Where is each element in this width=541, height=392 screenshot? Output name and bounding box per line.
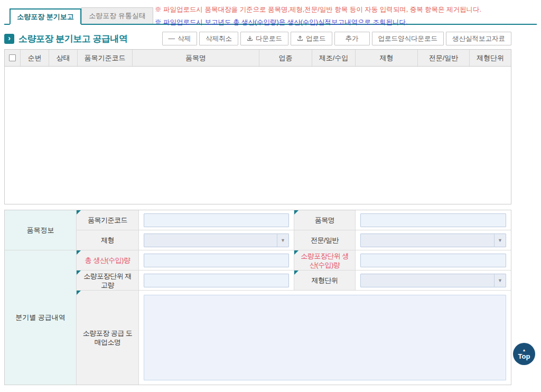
tab-bar: 소량포장 분기보고 소량포장 유통실태 ※ 파일업로드시 품목대장을 기준으로 …	[4, 2, 537, 25]
table-header-dosage-unit: 제형단위	[470, 50, 511, 66]
chevron-down-icon: ▼	[494, 274, 506, 287]
page: 소량포장 분기보고 소량포장 유통실태 ※ 파일업로드시 품목대장을 기준으로 …	[0, 0, 541, 392]
production-report-data-label: 생산실적보고자료	[452, 34, 505, 43]
table-header-industry: 업종	[259, 50, 312, 66]
total-production-input[interactable]	[144, 254, 289, 267]
rx-otc-select[interactable]: ▼	[360, 234, 506, 247]
table-header-seq: 순번	[21, 50, 49, 66]
upload-button-label: 업로드	[306, 34, 326, 43]
group-label-item-info: 품목정보	[5, 210, 77, 250]
download-icon	[247, 35, 253, 42]
table-empty-body	[5, 67, 511, 204]
rx-otc-field-cell: ▼	[356, 230, 511, 250]
download-button-label: 다운로드	[256, 34, 282, 43]
group-label-quarterly-supply: 분기별 공급내역	[5, 250, 77, 385]
section-title: 소량포장 분기보고 공급내역	[18, 33, 127, 45]
section-chevron-icon: ›	[4, 34, 14, 44]
chevron-down-icon: ▼	[494, 234, 506, 247]
table-header-checkbox-cell	[5, 50, 21, 66]
supply-history-table: 순번 상태 품목기준코드 품목명 업종 제조/수입 제형 전문/일반 제형단위	[4, 49, 511, 204]
section-title-wrap: › 소량포장 분기보고 공급내역	[4, 33, 127, 45]
upload-icon	[297, 35, 303, 42]
small-pkg-stock-field-cell	[139, 270, 294, 291]
upload-template-download-button[interactable]: 업로드양식다운로드	[372, 32, 444, 45]
small-pkg-production-field-cell	[356, 250, 511, 270]
section-header-row: › 소량포장 분기보고 공급내역 — 삭제 삭제취소 다운로드 업로드	[4, 32, 511, 45]
table-header-status: 상태	[49, 50, 78, 66]
top-button-label: Top	[518, 353, 530, 360]
small-pkg-stock-input[interactable]	[144, 274, 289, 287]
tab-quarterly-report[interactable]: 소량포장 분기보고	[10, 8, 81, 25]
caret-up-icon: ▲	[523, 348, 526, 352]
add-button-label: 추가	[346, 34, 359, 43]
dosage-unit-field-cell: ▼	[356, 270, 511, 291]
table-header-mfg-import: 제조/수입	[312, 50, 356, 66]
item-code-field-cell	[139, 210, 294, 230]
delete-button[interactable]: — 삭제	[162, 32, 198, 45]
toolbar: — 삭제 삭제취소 다운로드 업로드 추가 업로	[162, 32, 512, 45]
upload-button[interactable]: 업로드	[291, 32, 332, 45]
table-header-rx-otc: 전문/일반	[418, 50, 470, 66]
wholesaler-names-label: 소량포장 공급 도매업소명	[77, 291, 139, 385]
download-button[interactable]: 다운로드	[240, 32, 288, 45]
minus-icon: —	[169, 35, 175, 42]
undo-delete-button-label: 삭제취소	[206, 34, 232, 43]
wholesaler-names-field-cell	[139, 291, 511, 385]
small-pkg-production-label: 소량포장단위 생산(수입)량	[294, 250, 356, 270]
item-code-label: 품목기준코드	[77, 210, 139, 230]
item-code-input[interactable]	[144, 213, 289, 227]
item-name-field-cell	[356, 210, 511, 230]
dosage-form-field-cell: ▼	[139, 230, 294, 250]
delete-button-label: 삭제	[178, 34, 191, 43]
dosage-form-select[interactable]: ▼	[144, 234, 289, 247]
production-report-data-button[interactable]: 생산실적보고자료	[446, 32, 511, 45]
total-production-field-cell	[139, 250, 294, 270]
total-production-label: 총 생산(수입)량	[77, 250, 139, 270]
table-header-item-name: 품목명	[133, 50, 259, 66]
wholesaler-names-textarea[interactable]	[144, 295, 506, 380]
table-header-item-code: 품목기준코드	[78, 50, 133, 66]
notice-upload-production: ※ 파일업로드시 보고년도 총 생산(수입량)은 생산(수입)실적보고내역으로 …	[155, 16, 541, 29]
rx-otc-label: 전문/일반	[294, 230, 356, 250]
top-button[interactable]: ▲ Top	[513, 343, 535, 365]
item-name-input[interactable]	[360, 213, 506, 227]
table-header-dosage-form: 제형	[356, 50, 418, 66]
dosage-unit-select[interactable]: ▼	[360, 274, 506, 287]
select-all-checkbox[interactable]	[9, 54, 16, 61]
chevron-down-icon: ▼	[277, 234, 288, 247]
notice-upload-ledger: ※ 파일업로드시 품목대장을 기준으로 품목명,제형,전문/일반 항목 등이 자…	[155, 3, 541, 16]
table-header-row: 순번 상태 품목기준코드 품목명 업종 제조/수입 제형 전문/일반 제형단위	[5, 50, 511, 67]
undo-delete-button[interactable]: 삭제취소	[199, 32, 238, 45]
dosage-form-label: 제형	[77, 230, 139, 250]
detail-form: 품목정보 품목기준코드 품목명 제형 ▼ 전문/일반 ▼ 분기별 공급내역 총 …	[4, 210, 511, 385]
notice-block: ※ 파일업로드시 품목대장을 기준으로 품목명,제형,전문/일반 항목 등이 자…	[155, 3, 541, 29]
small-pkg-production-input[interactable]	[360, 254, 506, 267]
upload-template-download-label: 업로드양식다운로드	[378, 34, 438, 43]
item-name-label: 품목명	[294, 210, 356, 230]
dosage-unit-label: 제형단위	[294, 270, 356, 291]
small-pkg-stock-label: 소량포장단위 재고량	[77, 270, 139, 291]
add-button[interactable]: 추가	[334, 32, 370, 45]
tab-distribution-status[interactable]: 소량포장 유통실태	[81, 7, 153, 24]
